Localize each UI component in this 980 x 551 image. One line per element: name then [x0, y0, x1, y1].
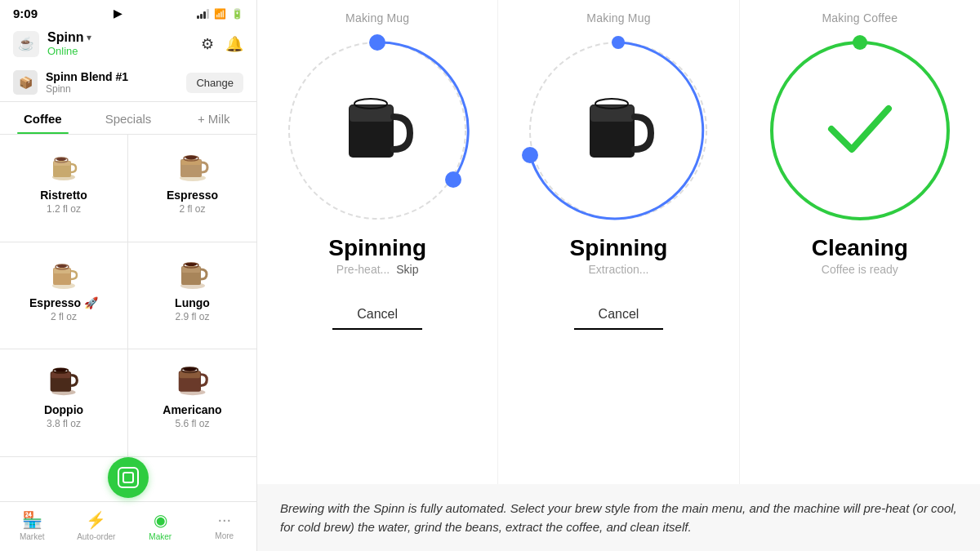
- tab-milk[interactable]: + Milk: [171, 102, 256, 134]
- nav-market[interactable]: 🏪 Market: [0, 507, 65, 544]
- machine-emoji: ☕: [18, 36, 34, 51]
- header-icons: ⚙ 🔔: [201, 35, 243, 53]
- machine-name-row[interactable]: Spinn ▾: [47, 30, 91, 45]
- maker-label: Maker: [149, 532, 172, 541]
- doppio-name: Doppio: [44, 403, 83, 416]
- fab-icon: [117, 466, 140, 489]
- lungo-name: Lungo: [175, 296, 210, 309]
- coffee-item-ristretto[interactable]: Ristretto 1.2 fl oz: [0, 135, 128, 242]
- svg-point-33: [369, 34, 385, 51]
- more-label: More: [215, 531, 234, 540]
- signal-bar-3: [203, 11, 206, 19]
- signal-bar-1: [197, 16, 199, 19]
- americano-name: Americano: [163, 403, 221, 416]
- espresso-size: 2 fl oz: [179, 203, 205, 215]
- svg-rect-30: [118, 468, 138, 487]
- battery-icon: 🔋: [231, 8, 243, 20]
- stage-3-subtext: Coffee is ready: [822, 263, 898, 276]
- tab-coffee[interactable]: Coffee: [0, 102, 86, 134]
- americano-size: 5.6 fl oz: [175, 418, 209, 429]
- market-icon: 🏪: [22, 510, 42, 530]
- coffee-grid: Ristretto 1.2 fl oz Espresso 2 fl oz: [0, 135, 256, 457]
- maker-icon: ◉: [154, 510, 167, 530]
- info-box: Brewing with the Spinn is fully automate…: [257, 484, 980, 552]
- coffee-item-espresso-rocket[interactable]: Espresso 🚀 2 fl oz: [0, 242, 128, 350]
- svg-point-4: [56, 158, 66, 161]
- svg-point-19: [185, 263, 197, 266]
- lungo-cup-image: [171, 257, 215, 290]
- tabs: Coffee Specials + Milk: [0, 102, 256, 135]
- machine-icon: ☕: [13, 31, 39, 57]
- market-label: Market: [20, 532, 45, 541]
- svg-point-9: [185, 156, 197, 160]
- stage-1-sublabel: Pre-heat... Skip: [336, 263, 419, 276]
- main-content: Making Mug: [257, 0, 980, 551]
- stage-2-sublabel: Extraction...: [589, 263, 649, 276]
- fab-button[interactable]: [108, 457, 149, 498]
- stage-2-mug: [577, 88, 659, 173]
- stage-1-subtext: Pre-heat...: [336, 263, 390, 276]
- blend-icon: 📦: [13, 70, 38, 95]
- stage-1-cancel-button[interactable]: Cancel: [332, 300, 422, 330]
- bell-icon[interactable]: 🔔: [225, 35, 243, 53]
- time: 9:09: [13, 7, 38, 20]
- stage-2-circle: [520, 33, 716, 229]
- svg-point-24: [55, 368, 67, 372]
- coffee-item-doppio[interactable]: Doppio 3.8 fl oz: [0, 349, 128, 457]
- espresso-rocket-name: Espresso 🚀: [29, 296, 98, 309]
- machine-name: Spinn: [47, 30, 83, 45]
- stage-1-mug: [336, 88, 418, 173]
- sliders-icon[interactable]: ⚙: [201, 35, 214, 53]
- stage-2: Making Mug: [498, 0, 739, 551]
- location-icon: ▶: [114, 7, 122, 20]
- stage-1-title: Making Mug: [345, 11, 409, 24]
- espresso-rocket-size: 2 fl oz: [51, 311, 77, 322]
- signal-bar-2: [200, 14, 203, 19]
- tab-specials[interactable]: Specials: [86, 102, 172, 134]
- change-blend-button[interactable]: Change: [186, 73, 243, 93]
- signal-bar-4: [207, 9, 209, 19]
- nav-autoorder[interactable]: ⚡ Auto-order: [65, 507, 129, 544]
- machine-chevron-icon: ▾: [87, 32, 91, 43]
- wifi-icon: 📶: [214, 8, 226, 20]
- sidebar: 9:09 ▶ 📶 🔋 ☕ Spinn ▾ Online ⚙ 🔔: [0, 0, 257, 551]
- stage-3-sublabel: Coffee is ready: [822, 263, 898, 276]
- nav-maker[interactable]: ◉ Maker: [128, 507, 193, 544]
- blend-info: Spinn Blend #1 Spinn: [46, 70, 178, 95]
- ristretto-name: Ristretto: [40, 189, 87, 202]
- stage-2-title: Making Mug: [586, 11, 650, 24]
- coffee-item-americano[interactable]: Americano 5.6 fl oz: [128, 349, 256, 457]
- brew-stages: Making Mug: [257, 0, 980, 551]
- espresso-name: Espresso: [167, 189, 218, 202]
- americano-cup-image: [171, 364, 215, 397]
- svg-point-34: [445, 171, 461, 188]
- stage-3: Making Coffee Cleaning Coffee is ready: [740, 0, 980, 551]
- machine-info: Spinn ▾ Online: [47, 30, 91, 57]
- machine-status: Online: [47, 45, 91, 57]
- nav-more[interactable]: ··· More: [193, 507, 257, 544]
- signal-bars: [197, 9, 209, 19]
- svg-rect-31: [123, 473, 133, 482]
- machine-header: ☕ Spinn ▾ Online ⚙ 🔔: [0, 24, 256, 64]
- ristretto-cup-image: [42, 149, 86, 182]
- stage-1-label: Spinning: [328, 235, 426, 261]
- bottom-nav: 🏪 Market ⚡ Auto-order ◉ Maker ··· More: [0, 501, 256, 551]
- autoorder-icon: ⚡: [86, 510, 106, 530]
- more-icon: ···: [217, 510, 231, 529]
- stage-2-subtext: Extraction...: [589, 263, 649, 276]
- svg-point-45: [853, 35, 867, 50]
- svg-point-29: [183, 367, 196, 371]
- stage-1-skip[interactable]: Skip: [396, 263, 418, 276]
- doppio-cup-image: [42, 364, 86, 397]
- lungo-size: 2.9 fl oz: [175, 311, 209, 322]
- stage-2-cancel-button[interactable]: Cancel: [574, 300, 664, 330]
- stage-3-check: [819, 96, 901, 165]
- stage-3-title: Making Coffee: [822, 11, 898, 24]
- doppio-size: 3.8 fl oz: [47, 418, 81, 429]
- svg-point-39: [612, 36, 625, 49]
- stage-3-label: Cleaning: [812, 235, 908, 261]
- coffee-item-lungo[interactable]: Lungo 2.9 fl oz: [128, 242, 256, 350]
- coffee-item-espresso[interactable]: Espresso 2 fl oz: [128, 135, 256, 242]
- stage-3-circle: [762, 33, 958, 229]
- blend-name: Spinn Blend #1: [46, 70, 178, 83]
